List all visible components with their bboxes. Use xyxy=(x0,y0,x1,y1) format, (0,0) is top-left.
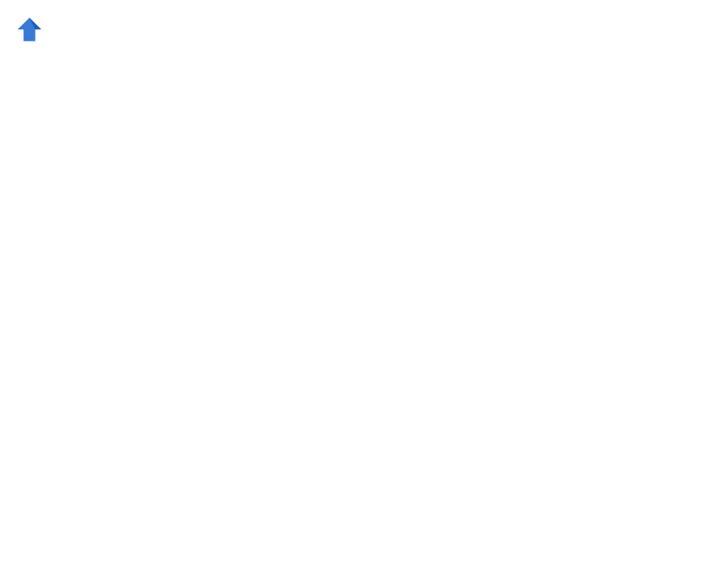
logo-icon xyxy=(15,15,44,44)
logo xyxy=(15,15,48,44)
page-header xyxy=(15,15,713,44)
